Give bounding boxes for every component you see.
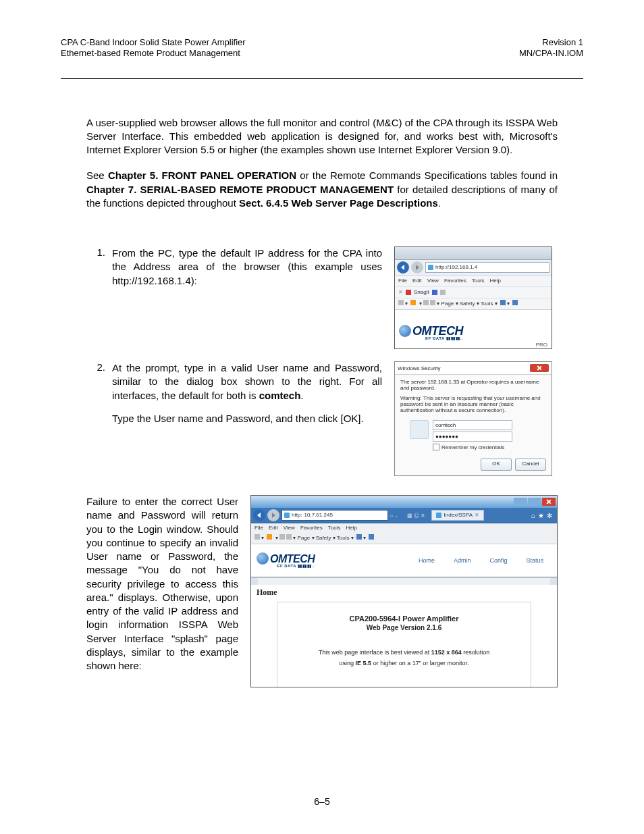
ok-button[interactable]: OK <box>481 459 512 471</box>
menu-file[interactable]: File <box>254 525 263 531</box>
ie-addon-row: ✕ Snagit <box>395 287 552 298</box>
minimize-button[interactable] <box>514 498 527 506</box>
ie-command-bar: ▾ ▾ ▾ Page ▾ Safety ▾ Tools ▾ ▾ <box>395 298 552 310</box>
page-number: 6–5 <box>0 796 644 807</box>
menu-edit[interactable]: Edit <box>269 525 278 531</box>
ie-title-bar <box>395 247 552 260</box>
tab-close-icon[interactable]: ✕ <box>475 511 479 519</box>
step-1-text: From the PC, type the default IP address… <box>112 246 382 288</box>
app-nav: Home Admin Config Status <box>419 557 543 564</box>
figure-splash-page: http: 10.7.61.245 ⌕ ▾ ▦ Ⓒ ✕ IndexISSPA ✕ <box>250 495 558 687</box>
snagit-label: Snagit <box>414 287 429 298</box>
figure-windows-security: Windows Security The server 192.168.1.33… <box>394 361 552 476</box>
step-2: 2. At the prompt, type in a valid User n… <box>86 361 558 476</box>
globe-icon <box>257 552 269 565</box>
dialog-warning: Warning: This server is requesting that … <box>400 395 546 413</box>
step-2-number: 2. <box>86 361 112 373</box>
forward-button[interactable] <box>411 261 423 273</box>
header-rule <box>61 78 583 79</box>
step-1: 1. From the PC, type the default IP addr… <box>86 246 558 349</box>
menu-help[interactable]: Help <box>346 525 356 531</box>
browser-note: using IE 5.5 or higher on a 17" or large… <box>284 660 524 667</box>
ie-page-icon <box>428 265 433 270</box>
resolution-note: This web page interface is best viewed a… <box>284 649 524 656</box>
snagit-icon <box>406 290 411 295</box>
menu-view[interactable]: View <box>427 278 439 284</box>
tab-icon <box>436 513 441 518</box>
favorites-icon[interactable]: ★ <box>538 512 544 519</box>
menu-file[interactable]: File <box>398 278 407 284</box>
horizontal-scrollbar[interactable] <box>251 577 557 585</box>
step-1-number: 1. <box>86 246 112 258</box>
header-docid: MN/CPA-IN.IOM <box>519 48 583 59</box>
search-icon[interactable]: ⌕ ▾ <box>390 513 405 519</box>
back-button[interactable] <box>397 261 409 273</box>
nav-status[interactable]: Status <box>526 557 543 564</box>
addon-icon <box>432 290 437 295</box>
header-revision: Revision 1 <box>519 37 583 48</box>
addon-icon <box>440 290 446 295</box>
ie-nav-row: http: 10.7.61.245 ⌕ ▾ ▦ Ⓒ ✕ IndexISSPA ✕ <box>251 508 557 523</box>
page-header: CPA C-Band Indoor Solid State Power Ampl… <box>61 37 583 59</box>
dialog-message: The server 192.168.1.33 at Operator requ… <box>400 379 546 391</box>
comtech-banner: OMTECH EF DATA ▮▮▮▮▮▮.. PRO <box>395 310 552 349</box>
tools-icon[interactable]: ✻ <box>547 512 552 519</box>
nav-admin[interactable]: Admin <box>454 557 471 564</box>
menu-tools[interactable]: Tools <box>472 278 485 284</box>
home-section: Home CPA200-5964-I Power Amplifier Web P… <box>251 585 557 687</box>
home-icon[interactable]: ⌂ <box>531 512 535 519</box>
result-section: Failure to enter the correct User name a… <box>86 495 558 687</box>
nav-config[interactable]: Config <box>489 557 507 564</box>
result-paragraph: Failure to enter the correct User name a… <box>86 495 238 687</box>
step-2-text-b: Type the User name and Password, and the… <box>112 412 382 425</box>
reference-paragraph: See Chapter 5. FRONT PANEL OPERATION or … <box>86 169 558 210</box>
model-label: CPA200-5964-I Power Amplifier <box>284 615 524 623</box>
version-label: Web Page Version 2.1.6 <box>284 624 524 631</box>
close-button[interactable] <box>542 498 556 506</box>
menu-tools[interactable]: Tools <box>328 525 341 531</box>
forward-button[interactable] <box>267 509 279 521</box>
ie-menu-bar: FileEditViewFavoritesToolsHelp <box>395 276 552 287</box>
browser-tab[interactable]: IndexISSPA ✕ <box>431 510 484 521</box>
close-icon[interactable] <box>530 364 549 372</box>
menu-edit[interactable]: Edit <box>412 278 422 284</box>
header-subtitle: Ethernet-based Remote Product Management <box>61 48 246 59</box>
dialog-title-bar: Windows Security <box>395 362 552 375</box>
ie-menu-bar: FileEditViewFavoritesToolsHelp <box>251 523 557 533</box>
address-bar[interactable]: http: 10.7.61.245 <box>281 510 388 521</box>
menu-view[interactable]: View <box>284 525 295 531</box>
page: CPA C-Band Indoor Solid State Power Ampl… <box>0 0 644 834</box>
ie-page-icon <box>284 513 290 518</box>
home-heading: Home <box>257 588 552 598</box>
dialog-title: Windows Security <box>398 365 441 371</box>
step-2-text-a: At the prompt, type in a valid User name… <box>112 361 382 402</box>
menu-help[interactable]: Help <box>489 278 500 284</box>
window-title-bar <box>251 496 557 508</box>
maximize-button[interactable] <box>528 498 541 506</box>
checkbox-icon[interactable] <box>433 444 439 450</box>
back-button[interactable] <box>253 509 265 521</box>
cancel-button[interactable]: Cancel <box>515 459 546 471</box>
address-bar[interactable]: http://192.168.1.4 <box>425 262 549 273</box>
nav-home[interactable]: Home <box>419 557 435 564</box>
password-input[interactable]: ●●●●●●● <box>433 432 512 442</box>
avatar-icon <box>410 420 429 439</box>
remember-checkbox[interactable]: Remember my credentials <box>433 444 512 450</box>
pro-label: PRO <box>536 342 547 348</box>
app-banner: OMTECH EF DATA ▮▮▮▮▮▮.. Home Admin Confi… <box>251 544 557 577</box>
intro-paragraph: A user-supplied web browser allows the f… <box>86 116 558 157</box>
content: A user-supplied web browser allows the f… <box>86 116 558 688</box>
globe-icon <box>399 325 411 337</box>
username-input[interactable]: comtech <box>433 420 512 430</box>
header-left: CPA C-Band Indoor Solid State Power Ampl… <box>61 37 246 59</box>
header-right: Revision 1 MN/CPA-IN.IOM <box>519 37 583 59</box>
menu-favorites[interactable]: Favorites <box>300 525 323 531</box>
ie-nav-row: http://192.168.1.4 <box>395 260 552 276</box>
ie-command-bar: ▾ ▾ ▾ Page ▾ Safety ▾ Tools ▾ ▾ <box>251 533 557 544</box>
title-icons: ⌂ ★ ✻ <box>531 512 552 519</box>
figure-browser-address: http://192.168.1.4 FileEditViewFavorites… <box>394 246 552 349</box>
menu-favorites[interactable]: Favorites <box>444 278 466 284</box>
splash-card: CPA200-5964-I Power Amplifier Web Page V… <box>277 602 531 687</box>
header-title: CPA C-Band Indoor Solid State Power Ampl… <box>61 37 246 48</box>
